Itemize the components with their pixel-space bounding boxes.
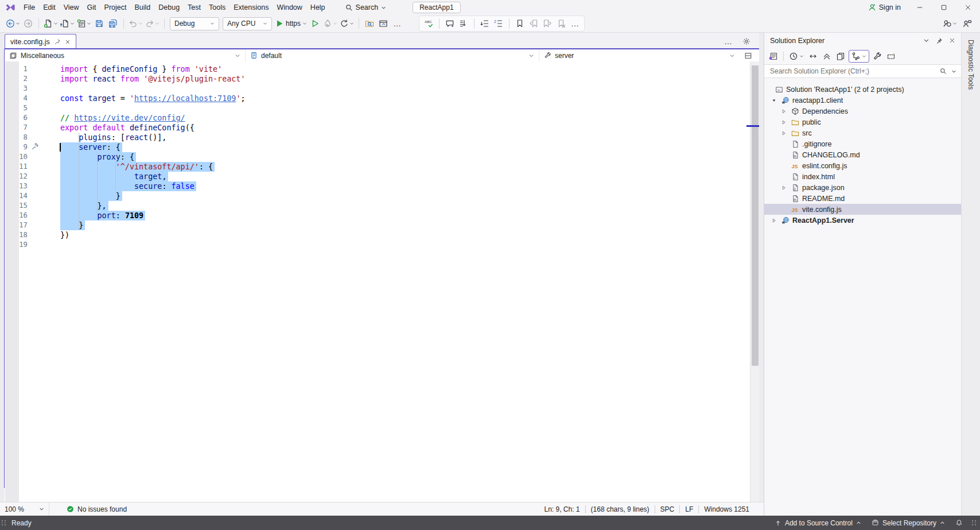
quick-actions-screwdriver-icon[interactable] <box>31 142 39 150</box>
code-line-17[interactable]: 17 } <box>5 220 750 230</box>
forward-button[interactable] <box>21 17 35 30</box>
clear-bookmarks-button[interactable] <box>554 17 568 30</box>
tree-item-reactapp1.server[interactable]: ReactApp1.Server <box>764 215 961 226</box>
pin-icon[interactable] <box>936 37 943 44</box>
active-project-badge[interactable]: ReactApp1 <box>413 2 460 13</box>
tree-item-src[interactable]: src <box>764 127 961 138</box>
start-without-debugging-button[interactable] <box>308 17 322 30</box>
settings-gear-button[interactable] <box>740 34 753 48</box>
menu-edit[interactable]: Edit <box>39 0 60 15</box>
document-stats[interactable]: (168 chars, 9 lines) <box>586 505 655 513</box>
pin-icon[interactable] <box>54 38 61 45</box>
code-line-11[interactable]: 11 '^/vintasoft/api/': { <box>5 162 750 172</box>
code-line-8[interactable]: 8 plugins: [react()], <box>5 133 750 142</box>
switch-views-button[interactable] <box>768 50 779 63</box>
collapsed-arrow-icon[interactable] <box>780 185 788 191</box>
code-line-5[interactable]: 5 <box>5 103 750 113</box>
notifications-bell-button[interactable] <box>952 516 966 530</box>
tree-item-readme.md[interactable]: M↓README.md <box>764 193 961 204</box>
tree-item-package.json[interactable]: {}package.json <box>764 182 961 193</box>
menu-tools[interactable]: Tools <box>205 0 230 15</box>
tree-item-index.html[interactable]: ‹›index.html <box>764 171 961 182</box>
toggle-bookmark-button[interactable] <box>513 17 527 30</box>
menu-debug[interactable]: Debug <box>154 0 184 15</box>
find-in-files-button[interactable] <box>363 17 376 30</box>
spell-check-button[interactable]: ABC <box>422 17 435 30</box>
tab-vite-config-js[interactable]: vite.config.js <box>5 34 76 49</box>
sign-in-button[interactable]: Sign in <box>861 0 908 15</box>
collapsed-arrow-icon[interactable] <box>770 218 778 223</box>
caret-position[interactable]: Ln: 9, Ch: 1 <box>539 505 585 513</box>
menu-git[interactable]: Git <box>83 0 100 15</box>
menu-help[interactable]: Help <box>306 0 329 15</box>
new-file-button[interactable] <box>42 17 59 30</box>
restart-button[interactable] <box>339 17 355 30</box>
add-to-source-control-button[interactable]: Add to Source Control <box>771 516 865 530</box>
panel-splitter[interactable] <box>759 33 764 516</box>
code-line-2[interactable]: 2import react from '@vitejs/plugin-react… <box>5 74 750 84</box>
split-editor-button[interactable] <box>744 52 752 60</box>
expanded-arrow-icon[interactable] <box>770 98 778 103</box>
code-line-6[interactable]: 6// https://vite.dev/config/ <box>5 113 750 123</box>
hot-reload-button[interactable] <box>322 17 339 30</box>
code-line-10[interactable]: 10 proxy: { <box>5 152 750 162</box>
show-all-files-button[interactable] <box>885 50 897 63</box>
tree-item-solution-reactapp1-2-of-2-projects-[interactable]: ∞Solution 'ReactApp1' (2 of 2 projects) <box>764 84 961 95</box>
encoding[interactable]: Windows 1251 <box>699 505 755 513</box>
minimize-button[interactable] <box>908 0 932 15</box>
tree-item-reactapp1.client[interactable]: reactapp1.client <box>764 95 961 106</box>
code-line-9[interactable]: 9 server: { <box>5 142 750 152</box>
chevron-down-icon[interactable] <box>923 37 930 44</box>
code-area[interactable]: 1import { defineConfig } from 'vite'2imp… <box>5 61 750 250</box>
zoom-dropdown[interactable]: 100 % <box>0 502 49 516</box>
tree-item-.gitignore[interactable]: .gitignore <box>764 138 961 149</box>
set-indentation-button[interactable]: 2 <box>492 17 505 30</box>
menu-extensions[interactable]: Extensions <box>230 0 273 15</box>
tree-item-dependencies[interactable]: Dependencies <box>764 106 961 117</box>
code-line-1[interactable]: 1import { defineConfig } from 'vite' <box>5 64 750 74</box>
code-line-16[interactable]: 16 port: 7109 <box>5 211 750 220</box>
format-document-button[interactable] <box>457 17 470 30</box>
close-panel-icon[interactable] <box>949 37 955 44</box>
redo-button[interactable] <box>144 17 161 30</box>
close-tab-icon[interactable] <box>65 39 71 45</box>
browser-link-button[interactable] <box>376 17 390 30</box>
code-line-13[interactable]: 13 secure: false <box>5 181 750 191</box>
tree-item-vite.config.js[interactable]: JSvite.config.js <box>764 204 961 215</box>
more-bookmark-options-button[interactable]: … <box>568 17 582 30</box>
search-icon[interactable] <box>940 68 947 75</box>
save-button[interactable] <box>92 17 106 30</box>
search-menu[interactable]: Search <box>342 2 390 13</box>
tree-item-public[interactable]: public <box>764 117 961 127</box>
platform-dropdown[interactable]: Any CPU <box>223 17 272 30</box>
start-debugging-button[interactable]: https <box>274 17 308 30</box>
more-toolbar-options-button[interactable]: … <box>390 17 404 30</box>
solution-search-box[interactable] <box>764 64 961 78</box>
preview-selected-items-button[interactable] <box>835 50 846 63</box>
chevron-down-icon[interactable] <box>951 69 956 74</box>
diagnostic-tools-tab[interactable]: Diagnostic Tools <box>966 36 976 93</box>
collapsed-arrow-icon[interactable] <box>780 130 788 136</box>
save-all-button[interactable] <box>106 17 120 30</box>
close-button[interactable] <box>956 0 980 15</box>
tree-item-changelog.md[interactable]: M↓CHANGELOG.md <box>764 149 961 160</box>
code-line-12[interactable]: 12 target, <box>5 172 750 181</box>
back-button[interactable] <box>5 17 21 30</box>
code-line-7[interactable]: 7export default defineConfig({ <box>5 123 750 133</box>
collapsed-arrow-icon[interactable] <box>780 109 788 114</box>
pending-changes-filter-button[interactable] <box>788 50 805 63</box>
line-endings[interactable]: LF <box>680 505 698 513</box>
scrollbar-thumb[interactable] <box>752 65 759 366</box>
document-list-button[interactable]: … <box>721 34 735 48</box>
menu-build[interactable]: Build <box>130 0 154 15</box>
menu-view[interactable]: View <box>60 0 83 15</box>
menu-project[interactable]: Project <box>100 0 131 15</box>
add-item-button[interactable] <box>76 17 92 30</box>
code-line-14[interactable]: 14 } <box>5 191 750 201</box>
scope-dropdown[interactable]: default <box>246 49 539 61</box>
configure-button[interactable] <box>872 50 883 63</box>
indent-guides-button[interactable] <box>478 17 492 30</box>
maximize-button[interactable] <box>932 0 956 15</box>
next-bookmark-button[interactable] <box>540 17 554 30</box>
insert-comment-button[interactable] <box>443 17 457 30</box>
